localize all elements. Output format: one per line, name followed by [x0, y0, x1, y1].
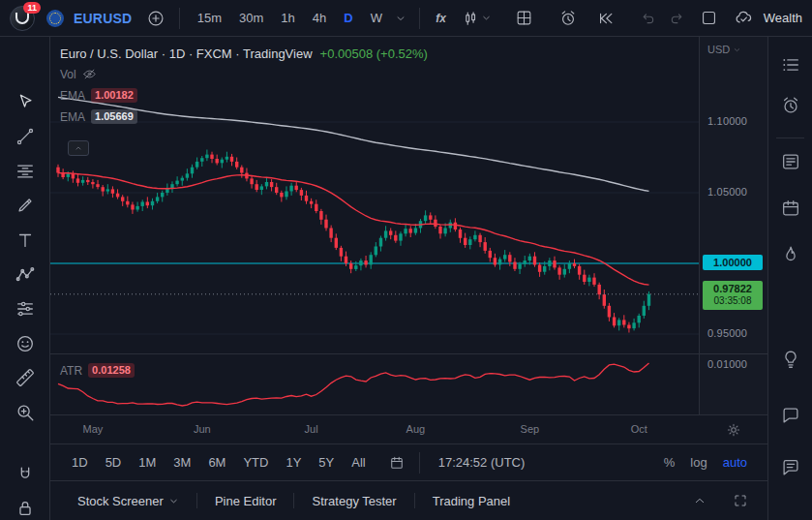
zoom-in-icon [15, 402, 36, 423]
go-to-date-button[interactable] [383, 449, 410, 476]
tradingview-app: 11 EURUSD 15m 30m 1h 4h D W fx [0, 0, 812, 520]
zoom-in-tool-button[interactable] [14, 401, 37, 424]
chat-panel-button[interactable] [780, 405, 801, 426]
bottom-panel-tabs: Stock Screener Pine Editor Strategy Test… [50, 480, 767, 520]
flame-icon [780, 244, 801, 265]
notification-badge[interactable]: 11 [23, 2, 41, 14]
candles-layer[interactable] [56, 150, 650, 333]
utc-clock[interactable]: 17:24:52 (UTC) [438, 455, 526, 470]
last-price-value: 0.97822 [703, 283, 763, 295]
drawing-toolbar [0, 37, 50, 520]
create-alert-button[interactable] [556, 5, 580, 32]
messages-panel-button[interactable] [780, 457, 801, 478]
auto-scale-button[interactable]: auto [716, 451, 754, 474]
xabcd-pattern-tool-button[interactable] [14, 263, 37, 287]
timeframe-1d-active[interactable]: D [337, 8, 359, 28]
chart-legend: Euro / U.S. Dollar · 1D · FXCM · Trading… [60, 46, 428, 125]
time-axis-month-label: May [79, 423, 106, 435]
trend-line-tool-button[interactable] [14, 125, 37, 148]
lock-all-drawings-button[interactable] [14, 497, 37, 520]
fib-retracement-tool-button[interactable] [14, 160, 37, 183]
timeframe-30m[interactable]: 30m [232, 8, 270, 28]
tab-divider [196, 493, 197, 508]
brush-icon [15, 195, 36, 216]
trend-line-icon [15, 126, 36, 147]
maximize-panel-button[interactable] [727, 487, 754, 514]
ema-fast-legend-row[interactable]: EMA 1.00182 [60, 87, 428, 104]
text-tool-button[interactable] [14, 229, 37, 252]
range-ytd-button[interactable]: YTD [235, 451, 276, 474]
cloud-saved-icon [734, 8, 754, 28]
price-change: +0.00508 (+0.52%) [320, 46, 428, 61]
watchlist-panel-button[interactable] [780, 54, 801, 76]
indicators-button[interactable]: fx [431, 5, 455, 32]
brush-tool-button[interactable] [14, 194, 37, 217]
eu-flag-icon [46, 10, 64, 27]
symbol-description[interactable]: Euro / U.S. Dollar · 1D · FXCM · Trading… [60, 46, 313, 61]
timeframe-15m[interactable]: 15m [191, 8, 228, 28]
magnet-mode-button[interactable] [14, 463, 37, 486]
price-level-label[interactable]: 1.00000 [703, 255, 763, 270]
tab-strategy-tester[interactable]: Strategy Tester [298, 488, 409, 514]
expand-panel-button[interactable] [686, 487, 713, 514]
redo-button[interactable] [665, 5, 689, 32]
timeframe-menu-button[interactable] [393, 5, 408, 32]
cursor-tool-button[interactable] [14, 91, 37, 114]
message-lines-icon [780, 457, 801, 478]
forecast-tool-button[interactable] [14, 297, 37, 321]
data-window-panel-button[interactable] [780, 198, 801, 219]
chart-style-button[interactable] [460, 5, 495, 32]
range-1m-button[interactable]: 1M [131, 451, 164, 474]
eye-off-icon[interactable] [82, 67, 97, 81]
frame-icon [700, 9, 718, 27]
chevron-down-icon [168, 496, 179, 506]
price-axis[interactable]: USD 1.00000 0.97822 03:35:08 0.01000 1.1… [699, 37, 767, 414]
tab-trading-panel[interactable]: Trading Panel [419, 488, 524, 514]
atr-legend-row[interactable]: ATR 0.01258 [60, 363, 135, 378]
redo-arrow-icon [668, 9, 686, 27]
atr-pane-chart[interactable] [50, 354, 699, 414]
timeframe-4h[interactable]: 4h [306, 8, 333, 28]
range-3m-button[interactable]: 3M [165, 451, 198, 474]
logo[interactable]: 11 [10, 6, 35, 31]
undo-button[interactable] [636, 5, 660, 32]
emoji-tool-button[interactable] [14, 332, 37, 355]
timeframe-1h[interactable]: 1h [274, 8, 301, 28]
alerts-panel-button[interactable] [780, 95, 801, 116]
legend-collapse-button[interactable] [68, 140, 89, 156]
price-axis-currency-menu[interactable]: USD [707, 44, 741, 55]
log-scale-button[interactable]: log [683, 451, 713, 474]
range-1d-button[interactable]: 1D [64, 451, 96, 474]
ideas-panel-button[interactable] [780, 349, 801, 370]
cloud-save-button[interactable] [731, 5, 755, 32]
atr-axis-tick: 0.01000 [707, 358, 747, 370]
hotlists-panel-button[interactable] [780, 244, 801, 265]
range-5d-button[interactable]: 5D [98, 451, 130, 474]
layout-name-label[interactable]: Wealth [764, 11, 802, 25]
range-all-button[interactable]: All [344, 451, 373, 474]
atr-label: ATR [60, 364, 82, 378]
last-price-label[interactable]: 0.97822 03:35:08 [703, 281, 763, 310]
volume-legend-row[interactable]: Vol [60, 66, 428, 82]
tab-pine-editor[interactable]: Pine Editor [201, 488, 290, 514]
range-1y-button[interactable]: 1Y [278, 451, 309, 474]
news-panel-button[interactable] [780, 151, 801, 172]
xabcd-pattern-icon [15, 264, 36, 286]
corners-expand-icon [733, 493, 748, 508]
timeframe-1w[interactable]: W [364, 8, 389, 28]
cursor-icon [15, 92, 36, 113]
ema-slow-legend-row[interactable]: EMA 1.05669 [60, 108, 428, 125]
range-5y-button[interactable]: 5Y [311, 451, 342, 474]
measure-ruler-tool-button[interactable] [14, 366, 37, 389]
time-axis[interactable]: MayJunJulAugSepOct [50, 414, 767, 444]
bar-replay-button[interactable] [594, 5, 618, 32]
axis-settings-gear-icon[interactable] [725, 421, 742, 439]
tab-stock-screener[interactable]: Stock Screener [64, 488, 193, 514]
layout-grid-button[interactable] [512, 5, 536, 32]
chevron-down-icon [733, 46, 741, 54]
percent-scale-button[interactable]: % [657, 451, 682, 474]
symbol-search-button[interactable]: EURUSD [74, 11, 132, 26]
range-6m-button[interactable]: 6M [200, 451, 233, 474]
compare-add-symbol-button[interactable] [143, 5, 167, 32]
fullscreen-button[interactable] [697, 5, 721, 32]
